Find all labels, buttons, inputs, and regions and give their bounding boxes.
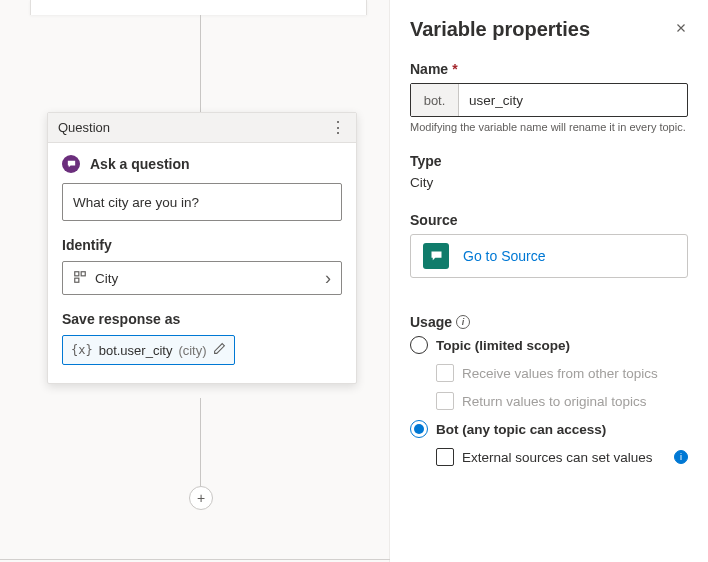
panel-title: Variable properties (410, 18, 590, 41)
radio-unchecked-icon (410, 336, 428, 354)
ask-question-label: Ask a question (90, 156, 190, 172)
variable-icon: {x} (71, 343, 93, 357)
node-menu-button[interactable]: ⋮ (330, 120, 346, 136)
edit-icon (213, 342, 226, 358)
checkbox-icon (436, 392, 454, 410)
external-sources-checkbox[interactable]: External sources can set values i (436, 448, 688, 466)
topic-icon (423, 243, 449, 269)
svg-rect-0 (75, 271, 79, 275)
previous-node-hint (30, 0, 367, 15)
identify-label: Identify (62, 237, 342, 253)
name-prefix: bot. (411, 84, 459, 116)
variable-type: (city) (178, 343, 206, 358)
source-label: Source (410, 212, 688, 228)
node-type-label: Question (58, 120, 110, 135)
chevron-right-icon: › (325, 268, 331, 289)
scope-bot-radio[interactable]: Bot (any topic can access) (410, 420, 688, 438)
radio-checked-icon (410, 420, 428, 438)
question-node[interactable]: Question ⋮ Ask a question What city are … (47, 112, 357, 384)
question-icon (62, 155, 80, 173)
usage-label: Usage i (410, 314, 688, 330)
name-label: Name* (410, 61, 688, 77)
go-to-source-label: Go to Source (463, 248, 546, 264)
variable-name: bot.user_city (99, 343, 173, 358)
checkbox-icon (436, 364, 454, 382)
connector-line (200, 15, 201, 115)
svg-rect-2 (75, 278, 79, 282)
variable-properties-panel: Variable properties Name* bot. user_city… (390, 0, 708, 562)
variable-chip[interactable]: {x} bot.user_city (city) (62, 335, 235, 365)
add-node-button[interactable]: + (189, 486, 213, 510)
node-header: Question ⋮ (48, 113, 356, 143)
info-icon[interactable]: i (456, 315, 470, 329)
entity-icon (73, 270, 87, 287)
go-to-source-button[interactable]: Go to Source (410, 234, 688, 278)
save-response-label: Save response as (62, 311, 342, 327)
scope-topic-radio[interactable]: Topic (limited scope) (410, 336, 688, 354)
type-label: Type (410, 153, 688, 169)
receive-values-checkbox: Receive values from other topics (436, 364, 688, 382)
canvas-divider (0, 559, 390, 560)
authoring-canvas: + Question ⋮ Ask a question What city ar… (0, 0, 390, 562)
return-values-checkbox: Return values to original topics (436, 392, 688, 410)
variable-name-input[interactable]: bot. user_city (410, 83, 688, 117)
name-hint: Modifying the variable name will rename … (410, 121, 688, 133)
connector-line (200, 398, 201, 486)
type-value: City (410, 175, 688, 190)
question-text-input[interactable]: What city are you in? (62, 183, 342, 221)
entity-value: City (95, 271, 118, 286)
identify-entity-dropdown[interactable]: City › (62, 261, 342, 295)
checkbox-icon (436, 448, 454, 466)
close-icon[interactable] (674, 21, 688, 38)
name-value: user_city (459, 93, 523, 108)
svg-rect-1 (81, 271, 85, 275)
info-icon[interactable]: i (674, 450, 688, 464)
